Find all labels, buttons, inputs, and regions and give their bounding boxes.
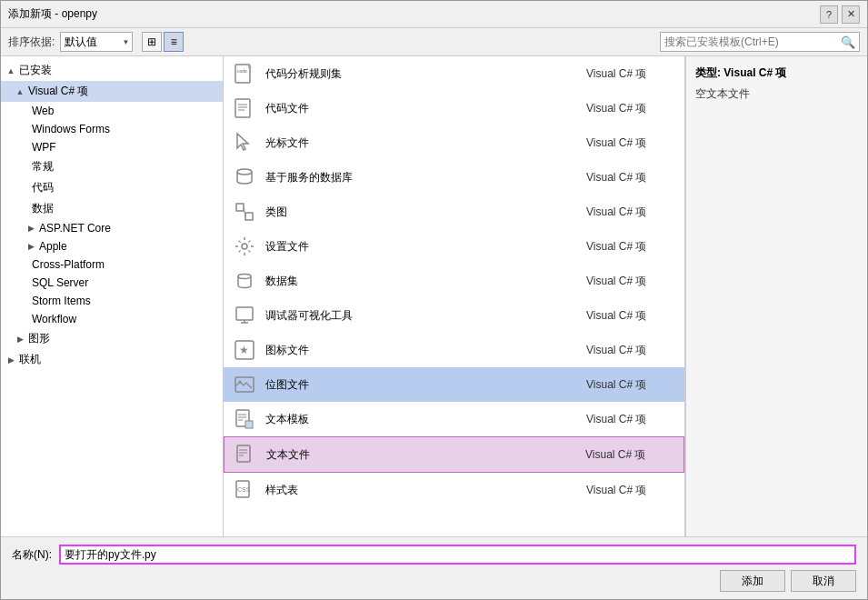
sort-select[interactable]: 默认值 [60,32,133,52]
icon-file-icon: ★ [231,336,258,364]
sidebar-item-data[interactable]: 数据 [1,198,223,219]
sidebar-item-apple[interactable]: ▶Apple [1,237,223,255]
text-template-name: 文本模板 [265,412,586,427]
bitmap-file-category: Visual C# 项 [586,377,677,393]
svg-rect-2 [235,99,250,117]
text-template-category: Visual C# 项 [586,412,677,427]
installed-label: 已安装 [17,63,52,78]
name-input[interactable] [59,545,856,565]
sidebar-item-aspnet-core[interactable]: ▶ASP.NET Core [1,219,223,237]
list-view-button[interactable]: ≡ [164,32,184,52]
text-file-icon [232,441,259,468]
content-list: code 代码分析规则集 Visual C# 项 代码文件 Visual C# … [224,56,685,536]
list-item-icon-file[interactable]: ★ 图标文件 Visual C# 项 [224,333,684,367]
search-icon[interactable]: 🔍 [841,35,855,49]
code-file-name: 代码文件 [265,101,586,116]
icon-file-name: 图标文件 [265,343,586,358]
cancel-button[interactable]: 取消 [791,570,856,592]
cursor-file-category: Visual C# 项 [586,135,677,151]
class-diagram-category: Visual C# 项 [586,205,677,220]
sidebar-item-web[interactable]: Web [1,102,223,120]
text-template-icon [231,405,258,433]
list-item-stylesheet[interactable]: CSS 样式表 Visual C# 项 [224,473,684,507]
cursor-file-icon [231,129,258,156]
text-file-category: Visual C# 项 [585,447,676,463]
svg-text:CSS: CSS [237,486,251,493]
svg-line-10 [244,207,245,216]
cursor-file-name: 光标文件 [265,135,586,151]
name-label: 名称(N): [12,547,52,563]
dialog-window: 添加新项 - openpy ? ✕ 排序依据: 默认值 ⊞ ≡ 🔍 [0,0,868,600]
list-item-bitmap-file[interactable]: 位图文件 Visual C# 项 [224,367,684,402]
toolbar-row: 排序依据: 默认值 ⊞ ≡ 🔍 [1,28,867,56]
settings-file-icon [231,233,258,260]
sidebar-item-wpf[interactable]: WPF [1,138,223,156]
sidebar-item-graphics[interactable]: ▶图形 [1,328,223,349]
code-file-category: Visual C# 项 [586,101,677,116]
view-buttons: ⊞ ≡ [142,32,184,52]
stylesheet-category: Visual C# 项 [586,483,677,498]
sort-select-wrapper[interactable]: 默认值 [60,32,133,52]
sidebar-item-installed[interactable]: ▲ 已安装 [1,60,223,81]
sort-label: 排序依据: [8,35,55,50]
info-panel: 类型: Visual C# 项 空文本文件 [685,56,867,536]
code-analysis-category: Visual C# 项 [586,66,677,82]
dataset-icon [231,267,258,295]
list-item-class-diagram[interactable]: 类图 Visual C# 项 [224,195,684,229]
db-service-icon [231,164,258,191]
main-area: ▲ 已安装 ▲ Visual C# 项 Web Windows Forms WP… [1,56,867,536]
sidebar-item-windows-forms[interactable]: Windows Forms [1,120,223,138]
svg-rect-13 [236,307,253,320]
list-item-settings-file[interactable]: 设置文件 Visual C# 项 [224,229,684,264]
search-input[interactable] [664,35,841,48]
sidebar-item-storm-items[interactable]: Storm Items [1,292,223,310]
visual-csharp-toggle[interactable]: ▲ [14,85,26,98]
stylesheet-icon: CSS [231,476,258,504]
list-item-cursor-file[interactable]: 光标文件 Visual C# 项 [224,125,684,160]
info-description: 空文本文件 [695,86,858,102]
dataset-category: Visual C# 项 [586,274,677,289]
sidebar-item-visual-csharp[interactable]: ▲ Visual C# 项 [1,81,223,102]
svg-text:code: code [237,68,247,74]
code-analysis-name: 代码分析规则集 [265,66,586,82]
code-analysis-icon: code [231,60,258,87]
settings-file-category: Visual C# 项 [586,239,677,255]
add-button[interactable]: 添加 [720,570,785,592]
sidebar-item-code[interactable]: 代码 [1,177,223,198]
class-diagram-name: 类图 [265,205,586,220]
grid-view-button[interactable]: ⊞ [142,32,162,52]
debugger-visual-category: Visual C# 项 [586,308,677,324]
svg-point-12 [238,275,251,279]
list-item-text-template[interactable]: 文本模板 Visual C# 项 [224,402,684,436]
list-item-db-service[interactable]: 基于服务的数据库 Visual C# 项 [224,160,684,195]
list-item-code-file[interactable]: 代码文件 Visual C# 项 [224,91,684,125]
stylesheet-name: 样式表 [265,483,586,498]
sidebar-item-general[interactable]: 常规 [1,156,223,177]
list-item-code-analysis[interactable]: code 代码分析规则集 Visual C# 项 [224,56,684,91]
sidebar-item-sql-server[interactable]: SQL Server [1,274,223,292]
title-bar-controls: ? ✕ [820,5,860,24]
list-item-text-file[interactable]: 文本文件 Visual C# 项 [224,436,684,473]
sidebar-item-cross-platform[interactable]: Cross-Platform [1,255,223,274]
installed-toggle[interactable]: ▲ [5,65,17,77]
debugger-visual-icon [231,302,258,329]
title-bar: 添加新项 - openpy ? ✕ [1,1,867,28]
dialog-body: 排序依据: 默认值 ⊞ ≡ 🔍 ▲ [1,28,867,536]
class-diagram-icon [231,198,258,225]
db-service-name: 基于服务的数据库 [265,170,586,185]
svg-point-11 [242,244,247,249]
list-item-debugger-visual[interactable]: 调试器可视化工具 Visual C# 项 [224,298,684,333]
sidebar-item-workflow[interactable]: Workflow [1,310,223,328]
svg-text:★: ★ [239,344,249,356]
code-file-icon [231,95,258,122]
dataset-name: 数据集 [265,274,586,289]
bitmap-file-name: 位图文件 [265,377,586,393]
text-file-name: 文本文件 [266,447,585,463]
svg-point-19 [239,381,242,384]
close-button[interactable]: ✕ [842,5,860,24]
help-button[interactable]: ? [820,5,838,24]
sidebar-item-online[interactable]: ▶联机 [1,349,223,370]
db-service-category: Visual C# 项 [586,170,677,185]
svg-rect-9 [245,213,253,220]
list-item-dataset[interactable]: 数据集 Visual C# 项 [224,264,684,298]
